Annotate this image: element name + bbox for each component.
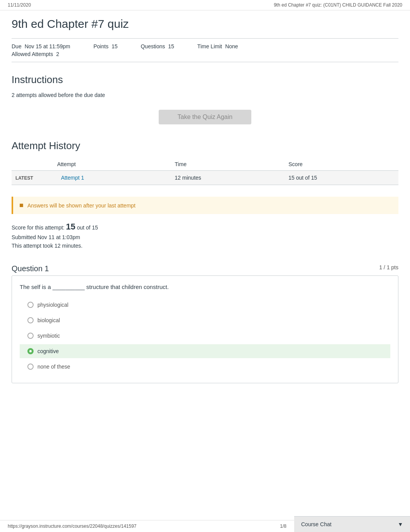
radio-cognitive — [27, 348, 34, 354]
answer-option-physiological: physiological — [20, 298, 390, 312]
radio-biological — [27, 317, 34, 323]
instructions-body: 2 attempts allowed before the due date — [12, 92, 398, 98]
radio-none — [27, 364, 34, 370]
allowed-attempts-label: Allowed Attempts — [12, 51, 53, 57]
col-attempt-header: Attempt — [57, 158, 171, 171]
quiz-title: 9th ed Chapter #7 quiz — [12, 17, 398, 34]
attempt-history-table: Attempt Time Score LATEST Attempt 1 12 m… — [12, 158, 398, 185]
question-1-pts: 1 / 1 pts — [379, 264, 398, 270]
score-section: Score for this attempt: 15 out of 15 — [12, 222, 398, 232]
attempt-link-cell: Attempt 1 — [57, 171, 171, 185]
latest-label: LATEST — [12, 171, 57, 185]
score-label: Score for this attempt: — [12, 224, 64, 231]
answer-label-symbiotic: symbiotic — [37, 333, 60, 339]
page-content: 9th ed Chapter #7 quiz Due Nov 15 at 11:… — [0, 17, 410, 406]
question-1-text: The self is a __________ structure that … — [20, 284, 390, 290]
score-number: 15 — [66, 222, 75, 231]
meta-allowed-attempts: Allowed Attempts 2 — [12, 51, 59, 57]
answer-option-none: none of these — [20, 360, 390, 374]
meta-questions: Questions 15 — [141, 43, 174, 49]
quiz-meta-bar: Due Nov 15 at 11:59pm Points 15 Question… — [12, 38, 398, 62]
meta-time-limit: Time Limit None — [197, 43, 238, 49]
answer-option-symbiotic: symbiotic — [20, 329, 390, 343]
due-label: Due — [12, 43, 22, 49]
radio-physiological — [27, 302, 34, 308]
quiz-meta-row-1: Due Nov 15 at 11:59pm Points 15 Question… — [12, 43, 398, 49]
radio-symbiotic — [27, 333, 34, 339]
attempt-link[interactable]: Attempt 1 — [61, 175, 84, 181]
attempt-score: 15 out of 15 — [285, 171, 398, 185]
col-score-header: Score — [285, 158, 398, 171]
questions-value: 15 — [168, 43, 175, 49]
meta-due: Due Nov 15 at 11:59pm — [12, 43, 70, 49]
answer-label-none: none of these — [37, 364, 70, 370]
due-value: Nov 15 at 11:59pm — [25, 43, 70, 49]
submitted-text: Submitted Nov 11 at 1:03pm — [12, 234, 398, 240]
table-row: LATEST Attempt 1 12 minutes 15 out of 15 — [12, 171, 398, 185]
info-notice-box: ■ Answers will be shown after your last … — [12, 197, 398, 214]
time-limit-label: Time Limit — [197, 43, 222, 49]
attempt-time: 12 minutes — [171, 171, 285, 185]
points-label: Points — [93, 43, 108, 49]
attempt-history-title: Attempt History — [12, 140, 398, 152]
top-bar-title: 9th ed Chapter #7 quiz: (C01NT) CHILD GU… — [274, 2, 402, 8]
answer-label-physiological: physiological — [37, 302, 68, 308]
question-1-block: Question 1 1 / 1 pts The self is a _____… — [12, 260, 398, 383]
answer-label-biological: biological — [37, 317, 60, 323]
top-bar: 11/11/2020 9th ed Chapter #7 quiz: (C01N… — [0, 0, 410, 10]
info-icon: ■ — [19, 201, 24, 209]
question-1-header: Question 1 1 / 1 pts — [12, 260, 398, 275]
top-bar-date: 11/11/2020 — [8, 2, 31, 8]
quiz-meta-row-2: Allowed Attempts 2 — [12, 51, 398, 57]
question-1-title: Question 1 — [12, 264, 49, 273]
meta-points: Points 15 — [93, 43, 118, 49]
col-empty — [12, 158, 57, 171]
take-quiz-button[interactable]: Take the Quiz Again — [159, 110, 251, 124]
answer-option-cognitive: cognitive — [20, 344, 390, 358]
instructions-title: Instructions — [12, 74, 398, 86]
question-1-body: The self is a __________ structure that … — [12, 275, 398, 383]
points-value: 15 — [112, 43, 118, 49]
duration-text: This attempt took 12 minutes. — [12, 243, 398, 249]
time-limit-value: None — [225, 43, 238, 49]
allowed-attempts-value: 2 — [56, 51, 59, 57]
info-notice-text: Answers will be shown after your last at… — [27, 202, 136, 209]
col-time-header: Time — [171, 158, 285, 171]
score-suffix: out of 15 — [77, 224, 98, 231]
answer-label-cognitive: cognitive — [37, 348, 59, 354]
questions-label: Questions — [141, 43, 165, 49]
answer-option-biological: biological — [20, 313, 390, 327]
